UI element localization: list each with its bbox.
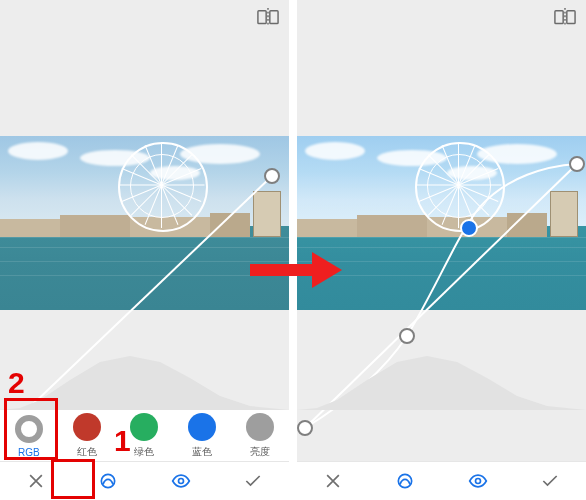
svg-point-11 bbox=[298, 421, 312, 435]
compare-button[interactable] bbox=[554, 8, 576, 26]
swatch-label: RGB bbox=[18, 447, 40, 458]
swatch-label: 红色 bbox=[77, 445, 97, 459]
svg-rect-7 bbox=[555, 11, 563, 24]
close-button[interactable] bbox=[0, 462, 72, 500]
histogram bbox=[297, 350, 586, 410]
comparison-stage: RGB 红色 绿色 蓝色 亮度 bbox=[0, 0, 586, 500]
svg-point-15 bbox=[399, 474, 412, 487]
apply-button[interactable] bbox=[217, 462, 289, 500]
panel-after bbox=[297, 0, 586, 500]
visibility-button[interactable] bbox=[442, 462, 514, 500]
curves-tool-button[interactable] bbox=[369, 462, 441, 500]
swatch-green[interactable]: 绿色 bbox=[116, 410, 174, 462]
visibility-button[interactable] bbox=[145, 462, 217, 500]
swatch-label: 绿色 bbox=[134, 445, 154, 459]
compare-button[interactable] bbox=[257, 8, 279, 26]
swatch-rgb[interactable]: RGB bbox=[0, 410, 58, 462]
swatch-label: 亮度 bbox=[250, 445, 270, 459]
panel-before: RGB 红色 绿色 蓝色 亮度 bbox=[0, 0, 289, 500]
bottom-toolbar bbox=[297, 461, 586, 500]
photo-preview bbox=[0, 136, 289, 310]
apply-button[interactable] bbox=[514, 462, 586, 500]
bottom-toolbar bbox=[0, 461, 289, 500]
curves-tool-button[interactable] bbox=[72, 462, 144, 500]
svg-point-12 bbox=[400, 329, 414, 343]
svg-point-16 bbox=[475, 479, 480, 484]
histogram bbox=[0, 350, 289, 410]
svg-rect-0 bbox=[258, 11, 266, 24]
svg-point-5 bbox=[102, 474, 115, 487]
close-button[interactable] bbox=[297, 462, 369, 500]
svg-rect-1 bbox=[270, 11, 278, 24]
panel-divider bbox=[289, 0, 297, 500]
swatch-label: 蓝色 bbox=[192, 445, 212, 459]
channel-swatches: RGB 红色 绿色 蓝色 亮度 bbox=[0, 410, 289, 462]
svg-rect-8 bbox=[567, 11, 575, 24]
swatch-red[interactable]: 红色 bbox=[58, 410, 116, 462]
photo-preview bbox=[297, 136, 586, 310]
swatch-blue[interactable]: 蓝色 bbox=[173, 410, 231, 462]
svg-point-6 bbox=[178, 479, 183, 484]
swatch-luminance[interactable]: 亮度 bbox=[231, 410, 289, 462]
